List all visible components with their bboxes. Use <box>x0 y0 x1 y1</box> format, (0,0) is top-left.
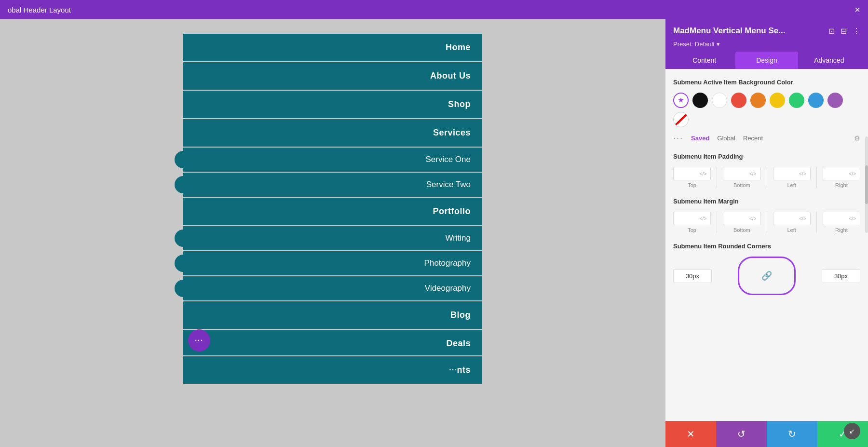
panel-header-top: MadMenu Vertical Menu Se... ⊡ ⊟ ⋮ <box>673 26 860 36</box>
padding-top-label: Top <box>688 182 696 188</box>
margin-top-field: </> Top <box>673 212 711 233</box>
swatch-red[interactable] <box>731 93 746 108</box>
swatch-gear-icon[interactable]: ⚙ <box>854 135 860 142</box>
submenu-services-group: Service One Service Two <box>183 148 482 197</box>
menu-item-shop[interactable]: Shop <box>183 91 482 118</box>
margin-left-label: Left <box>787 227 796 233</box>
panel-title: MadMenu Vertical Menu Se... <box>673 26 785 36</box>
redo-button[interactable]: ↻ <box>767 421 817 447</box>
tab-design[interactable]: Design <box>735 52 798 69</box>
menu-item-portfolio[interactable]: Portfolio <box>183 198 482 225</box>
rounded-corners-visual: 🔗 <box>718 257 816 295</box>
padding-right-field: </> Right <box>823 167 860 188</box>
margin-left-input[interactable] <box>777 215 800 222</box>
margin-top-code-icon[interactable]: </> <box>700 216 706 221</box>
menu-item-photography[interactable]: Photography <box>183 251 482 275</box>
padding-right-code-icon[interactable]: </> <box>849 171 856 176</box>
color-swatches <box>673 93 860 127</box>
help-arrow-icon[interactable]: ↙ <box>844 423 860 439</box>
margin-left-code-icon[interactable]: </> <box>799 216 806 221</box>
menu-item-services[interactable]: Services <box>183 119 482 147</box>
padding-divider-1 <box>717 167 717 188</box>
swatch-custom[interactable] <box>673 112 689 127</box>
menu-item-blog[interactable]: Blog <box>183 301 482 329</box>
margin-bottom-code-icon[interactable]: </> <box>749 216 756 221</box>
swatch-more-dots[interactable]: ··· <box>673 133 683 143</box>
close-button[interactable]: × <box>854 5 860 14</box>
rounded-box-preview: 🔗 <box>738 257 796 295</box>
padding-top-input[interactable] <box>678 170 700 177</box>
swatch-black[interactable] <box>692 93 708 108</box>
padding-left-input[interactable] <box>777 170 800 177</box>
margin-right-code-icon[interactable]: </> <box>849 216 856 221</box>
menu-item-about[interactable]: About Us <box>183 62 482 90</box>
dots-menu-button[interactable]: ··· <box>188 329 210 352</box>
swatch-white[interactable] <box>712 93 727 108</box>
tab-content[interactable]: Content <box>673 52 735 69</box>
dots-icon: ··· <box>195 337 203 344</box>
save-button[interactable]: ✓ <box>817 421 868 447</box>
padding-left-code-icon[interactable]: </> <box>799 171 806 176</box>
swatch-tab-recent[interactable]: Recent <box>743 135 763 142</box>
layout-icon[interactable]: ⊟ <box>841 27 847 36</box>
swatch-yellow[interactable] <box>770 93 785 108</box>
padding-bottom-code-icon[interactable]: </> <box>749 171 756 176</box>
swatch-purple[interactable] <box>827 93 843 108</box>
margin-right-input[interactable] <box>827 215 849 222</box>
panel-header: MadMenu Vertical Menu Se... ⊡ ⊟ ⋮ Preset… <box>665 19 868 69</box>
menu-item-service-two[interactable]: Service Two <box>183 173 482 197</box>
main-area: Home About Us Shop Services Service One … <box>0 19 868 447</box>
padding-right-input[interactable] <box>827 170 849 177</box>
padding-divider-2 <box>767 167 767 188</box>
margin-row: </> Top </> Bottom <box>673 212 860 233</box>
scrollbar-thumb[interactable] <box>865 165 868 204</box>
undo-button[interactable]: ↺ <box>716 421 767 447</box>
swatch-green[interactable] <box>789 93 804 108</box>
panel-preset[interactable]: Preset: Default ▾ <box>673 41 860 48</box>
margin-bottom-input[interactable] <box>727 215 749 222</box>
padding-left-label: Left <box>787 182 796 188</box>
top-bar-title: obal Header Layout <box>8 6 71 14</box>
link-icon[interactable]: 🔗 <box>761 271 772 281</box>
margin-top-input[interactable] <box>678 215 700 222</box>
swatch-blue[interactable] <box>808 93 824 108</box>
menu-item-events[interactable]: ···nts <box>183 356 482 384</box>
submenu-portfolio-group: Writing Photography Videography <box>183 226 482 300</box>
cancel-button[interactable]: ✕ <box>665 421 716 447</box>
more-icon[interactable]: ⋮ <box>853 27 860 36</box>
screen-icon[interactable]: ⊡ <box>828 27 835 36</box>
swatch-orange[interactable] <box>750 93 766 108</box>
menu-item-service-one[interactable]: Service One <box>183 148 482 172</box>
padding-top-code-icon[interactable]: </> <box>700 171 706 176</box>
top-bar: obal Header Layout × <box>0 0 868 19</box>
menu-item-deals[interactable]: Deals ··· <box>183 330 482 355</box>
panel-tabs: Content Design Advanced <box>673 52 860 69</box>
swatch-transparent[interactable] <box>673 93 689 108</box>
padding-bottom-input[interactable] <box>727 170 749 177</box>
submenu-padding-title: Submenu Item Padding <box>673 153 860 160</box>
padding-bottom-label: Bottom <box>733 182 750 188</box>
swatch-tabs: ··· Saved Global Recent ⚙ <box>673 133 860 143</box>
padding-divider-3 <box>816 167 817 188</box>
padding-left-field: </> Left <box>773 167 811 188</box>
rounded-input-2[interactable] <box>822 269 860 283</box>
padding-top-field: </> Top <box>673 167 711 188</box>
swatch-tab-saved[interactable]: Saved <box>691 135 709 142</box>
rounded-input-1[interactable] <box>673 269 712 283</box>
menu-item-home[interactable]: Home <box>183 34 482 61</box>
padding-row: </> Top </> Bottom <box>673 167 860 188</box>
margin-bottom-label: Bottom <box>733 227 750 233</box>
menu-container: Home About Us Shop Services Service One … <box>183 34 482 447</box>
margin-right-label: Right <box>835 227 848 233</box>
margin-top-label: Top <box>688 227 696 233</box>
tab-advanced[interactable]: Advanced <box>798 52 860 69</box>
menu-item-writing[interactable]: Writing <box>183 226 482 250</box>
preview-panel: Home About Us Shop Services Service One … <box>0 19 665 447</box>
swatch-tab-global[interactable]: Global <box>717 135 735 142</box>
margin-divider-1 <box>717 212 717 233</box>
menu-item-videography[interactable]: Videography <box>183 276 482 300</box>
arrow-glyph: ↙ <box>849 427 855 435</box>
padding-bottom-field: </> Bottom <box>723 167 760 188</box>
right-panel: MadMenu Vertical Menu Se... ⊡ ⊟ ⋮ Preset… <box>665 19 868 447</box>
submenu-active-bg-title: Submenu Active Item Background Color <box>673 79 860 86</box>
